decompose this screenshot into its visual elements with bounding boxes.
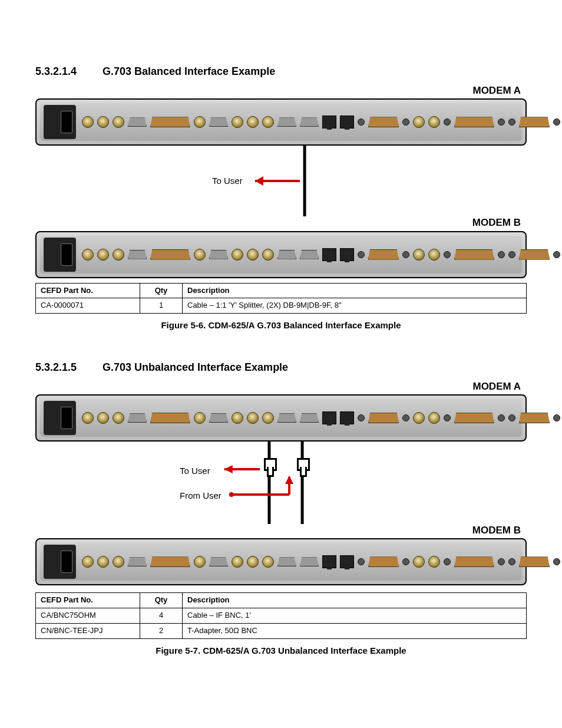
rj45-port-icon (340, 411, 354, 424)
power-module-icon (44, 238, 76, 272)
bnc-port-icon (97, 249, 109, 261)
db-connector-icon (519, 249, 550, 260)
table2-r1-pn: CN/BNC-TEE-JPJ (36, 624, 140, 639)
db-connector-icon (128, 557, 147, 566)
rj45-port-icon (322, 248, 336, 261)
rj45-port-icon (322, 555, 336, 568)
section-title-1: G.703 Balanced Interface Example (103, 65, 275, 78)
bnc-port-icon (247, 249, 259, 261)
db-connector-icon (277, 557, 296, 566)
to-user-label-1: To User (212, 175, 243, 187)
bnc-port-icon (428, 249, 440, 261)
bnc-port-icon (113, 412, 124, 424)
screw-icon (498, 118, 505, 126)
bnc-port-icon (232, 556, 243, 568)
modem-b-panel-1 (35, 231, 527, 278)
bnc-port-icon (247, 116, 259, 128)
db-connector-icon (209, 250, 228, 259)
db-connector-icon (150, 413, 190, 423)
screw-icon (553, 558, 560, 565)
screw-icon (508, 558, 515, 565)
bnc-port-icon (82, 412, 94, 424)
screw-icon (358, 118, 365, 126)
bnc-port-icon (413, 249, 425, 261)
table2-r1-desc: T-Adapter, 50Ω BNC (183, 624, 527, 639)
db-connector-icon (300, 250, 319, 259)
rj45-port-icon (322, 411, 336, 424)
bnc-port-icon (113, 556, 124, 568)
bnc-port-icon (194, 116, 206, 128)
screw-icon (508, 251, 515, 258)
bnc-port-icon (413, 556, 425, 568)
screw-icon (498, 414, 505, 421)
table1-r0-pn: CA-0000071 (36, 298, 140, 314)
bnc-port-icon (113, 116, 124, 128)
bnc-port-icon (97, 412, 109, 424)
bnc-port-icon (262, 556, 274, 568)
table2-r0-desc: Cable – IF BNC, 1' (183, 608, 527, 624)
bnc-port-icon (97, 556, 109, 568)
rj45-port-icon (340, 555, 354, 568)
modem-a-label-1: MODEM A (35, 84, 527, 97)
bnc-port-icon (82, 116, 94, 128)
db-connector-icon (454, 556, 494, 567)
table2-r0-pn: CA/BNC75OHM (36, 608, 140, 624)
bnc-port-icon (247, 412, 259, 424)
db-connector-icon (277, 117, 296, 127)
section-heading-1: 5.3.2.1.4 G.703 Balanced Interface Examp… (35, 65, 527, 78)
table2-r1-qty: 2 (140, 624, 183, 639)
svg-marker-10 (285, 476, 293, 484)
db-connector-icon (277, 250, 296, 259)
bnc-port-icon (428, 116, 440, 128)
modem-b-panel-2 (35, 538, 527, 585)
y-splitter-diagram (35, 146, 527, 216)
bnc-port-icon (97, 116, 109, 128)
bnc-port-icon (194, 412, 206, 424)
screw-icon (553, 251, 560, 258)
db-connector-icon (150, 249, 190, 260)
screw-icon (508, 414, 515, 421)
figure-5-7-caption: Figure 5-7. CDM-625/A G.703 Unbalanced I… (35, 645, 527, 657)
rj45-port-icon (340, 248, 354, 261)
screw-icon (498, 558, 505, 565)
table2-r0-qty: 4 (140, 608, 183, 624)
db-connector-icon (368, 117, 399, 127)
db-connector-icon (454, 117, 494, 127)
table1-head-qty: Qty (140, 283, 183, 298)
db-connector-icon (454, 249, 494, 260)
db-connector-icon (368, 249, 399, 260)
db-connector-icon (128, 250, 147, 259)
cables-table-1: CEFD Part No. Qty Description CA-0000071… (35, 283, 527, 314)
svg-marker-1 (255, 176, 263, 186)
screw-icon (508, 118, 515, 126)
modem-b-label-1: MODEM B (35, 216, 527, 229)
table2-head-pn: CEFD Part No. (36, 593, 140, 608)
rj45-port-icon (322, 116, 336, 129)
table1-r0-desc: Cable – 1:1 'Y' Splitter, (2X) DB-9M|DB-… (183, 298, 527, 314)
screw-icon (358, 251, 365, 258)
section-number-1: 5.3.2.1.4 (35, 65, 82, 78)
bnc-port-icon (194, 249, 206, 261)
bnc-port-icon (232, 412, 243, 424)
power-module-icon (44, 105, 76, 139)
figure-5-6: MODEM A To User (35, 84, 527, 331)
db-connector-icon (519, 117, 550, 127)
bnc-port-icon (82, 249, 94, 261)
bnc-port-icon (262, 412, 274, 424)
screw-icon (553, 118, 560, 126)
modem-a-panel-2 (35, 394, 527, 442)
screw-icon (358, 558, 365, 565)
screw-icon (402, 414, 409, 421)
screw-icon (444, 251, 451, 258)
figure-5-7: MODEM A To User From User (35, 380, 527, 656)
to-user-label-2: To User (180, 465, 210, 477)
power-module-icon (44, 401, 76, 435)
db-connector-icon (300, 117, 319, 127)
section-number-2: 5.3.2.1.5 (35, 361, 82, 374)
table2-head-desc: Description (183, 593, 527, 608)
modem-a-panel-1 (35, 98, 527, 146)
screw-icon (444, 118, 451, 126)
db-connector-icon (300, 557, 319, 566)
power-module-icon (44, 545, 76, 579)
db-connector-icon (209, 117, 228, 127)
